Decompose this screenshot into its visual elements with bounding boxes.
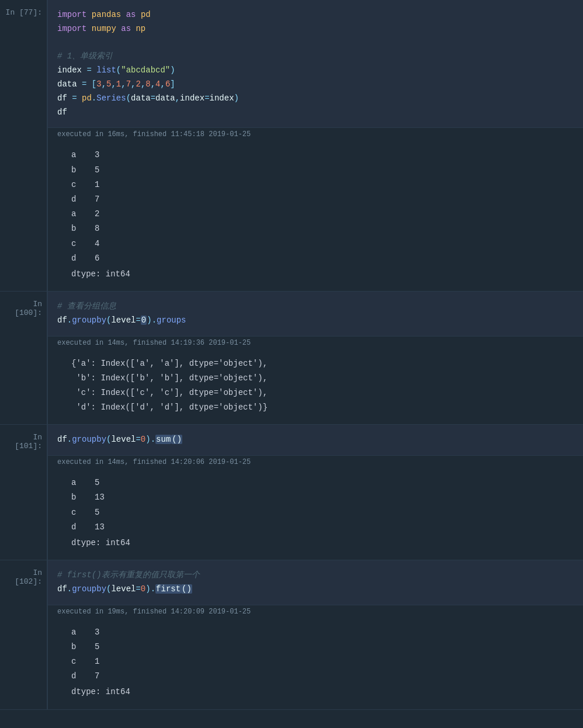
- cell-102-code[interactable]: # first()表示有重复的值只取第一个 df.groupby(level=0…: [47, 560, 583, 605]
- output-dict-line: 'b': Index(['b', 'b'], dtype='object'),: [71, 371, 574, 386]
- output-row: b 5: [71, 640, 574, 654]
- output-row: c 4: [71, 237, 574, 251]
- cell-100-output: {'a': Index(['a', 'a'], dtype='object'),…: [47, 349, 583, 425]
- code-line: df.groupby(level=0).sum(): [57, 433, 574, 447]
- dtype-line: dtype: int64: [71, 536, 574, 550]
- output-row: d 13: [71, 520, 574, 535]
- code-line: index = list("abcdabcd"): [57, 64, 574, 78]
- code-line: # first()表示有重复的值只取第一个: [57, 568, 574, 583]
- cell-77-exec-info: executed in 16ms, finished 11:45:18 2019…: [47, 127, 583, 141]
- notebook: In [77]: import pandas as pd import nump…: [0, 0, 583, 710]
- code-line: # 1、单级索引: [57, 50, 574, 64]
- cell-77-output: a 3 b 5 c 1 d 7 a 2 b 8 c 4 d 6 dtype: i…: [47, 141, 583, 291]
- cell-101: In [101]: df.groupby(level=0).sum() exec…: [0, 425, 583, 560]
- output-row: b 5: [71, 163, 574, 178]
- code-line: import numpy as np: [57, 22, 574, 36]
- output-row: c 1: [71, 654, 574, 669]
- output-row: a 3: [71, 625, 574, 640]
- cell-100: In [100]: # 查看分组信息 df.groupby(level=0).g…: [0, 292, 583, 425]
- cell-101-exec-info: executed in 14ms, finished 14:20:06 2019…: [47, 455, 583, 469]
- cell-101-output: a 5 b 13 c 5 d 13 dtype: int64: [47, 469, 583, 560]
- code-line: df.groupby(level=0).groups: [57, 314, 574, 328]
- cell-101-label: In [101]:: [0, 425, 47, 560]
- output-row: c 5: [71, 505, 574, 520]
- cell-77: In [77]: import pandas as pd import nump…: [0, 0, 583, 292]
- output-row: a 3: [71, 148, 574, 162]
- output-row: a 2: [71, 207, 574, 221]
- cell-100-exec-info: executed in 14ms, finished 14:19:36 2019…: [47, 336, 583, 349]
- cell-100-code[interactable]: # 查看分组信息 df.groupby(level=0).groups: [47, 292, 583, 336]
- code-line: data = [3,5,1,7,2,8,4,6]: [57, 78, 574, 92]
- output-row: c 1: [71, 178, 574, 192]
- code-line: df.groupby(level=0).first(): [57, 583, 574, 597]
- cell-77-content: import pandas as pd import numpy as np #…: [47, 0, 583, 291]
- code-line: df: [57, 106, 574, 120]
- code-line: import pandas as pd: [57, 8, 574, 22]
- output-dict-line: 'd': Index(['d', 'd'], dtype='object')}: [71, 400, 574, 415]
- cell-102-content: # first()表示有重复的值只取第一个 df.groupby(level=0…: [47, 560, 583, 709]
- output-row: d 6: [71, 251, 574, 266]
- output-row: d 7: [71, 192, 574, 207]
- dtype-line: dtype: int64: [71, 685, 574, 699]
- output-dict-line: {'a': Index(['a', 'a'], dtype='object'),: [71, 356, 574, 371]
- code-line: # 查看分组信息: [57, 300, 574, 314]
- output-dict-line: 'c': Index(['c', 'c'], dtype='object'),: [71, 386, 574, 400]
- code-line: df = pd.Series(data=data,index=index): [57, 92, 574, 106]
- cell-100-label: In [100]:: [0, 292, 47, 424]
- cell-102-label: In [102]:: [0, 560, 47, 709]
- code-line: [57, 36, 574, 50]
- cell-102-exec-info: executed in 19ms, finished 14:20:09 2019…: [47, 605, 583, 618]
- cell-77-label: In [77]:: [0, 0, 47, 291]
- cell-101-code[interactable]: df.groupby(level=0).sum(): [47, 425, 583, 455]
- cell-77-code[interactable]: import pandas as pd import numpy as np #…: [47, 0, 583, 127]
- cell-102-output: a 3 b 5 c 1 d 7 dtype: int64: [47, 618, 583, 709]
- cell-101-content: df.groupby(level=0).sum() executed in 14…: [47, 425, 583, 560]
- dtype-line: dtype: int64: [71, 267, 574, 282]
- cell-102: In [102]: # first()表示有重复的值只取第一个 df.group…: [0, 560, 583, 710]
- output-row: b 8: [71, 221, 574, 236]
- output-row: b 13: [71, 490, 574, 505]
- cell-100-content: # 查看分组信息 df.groupby(level=0).groups exec…: [47, 292, 583, 424]
- output-row: a 5: [71, 476, 574, 490]
- output-row: d 7: [71, 669, 574, 684]
